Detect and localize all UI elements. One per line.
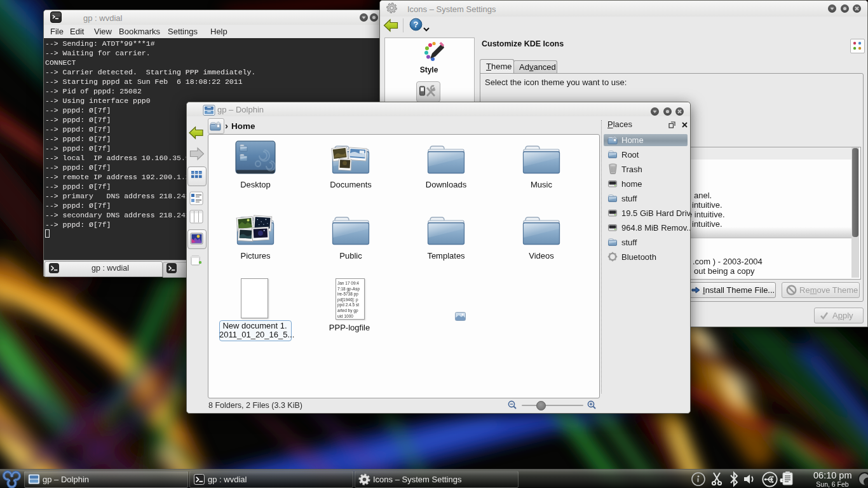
- svg-text:?: ?: [414, 20, 419, 29]
